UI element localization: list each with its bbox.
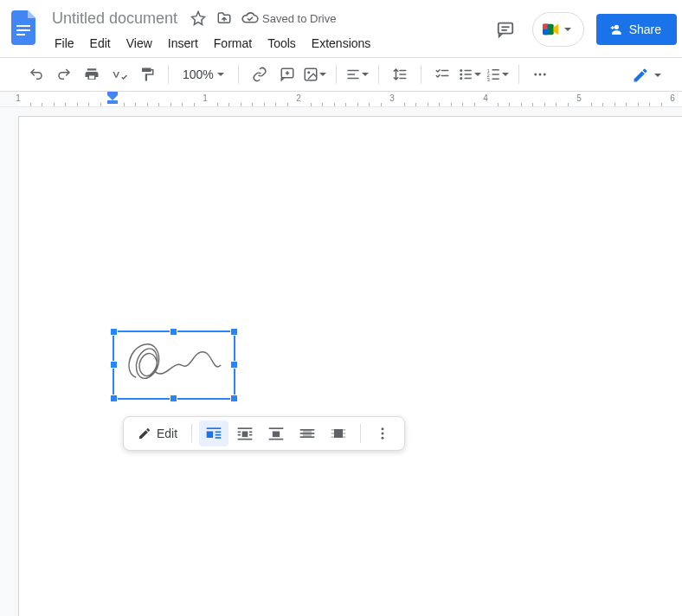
insert-image-button[interactable] xyxy=(303,62,327,87)
selected-drawing[interactable] xyxy=(113,330,235,400)
menu-insert[interactable]: Insert xyxy=(162,33,204,54)
spellcheck-button[interactable] xyxy=(107,62,132,87)
edit-drawing-button[interactable]: Edit xyxy=(131,420,184,446)
comments-button[interactable] xyxy=(491,15,520,44)
print-icon xyxy=(84,67,100,82)
resize-handle-s[interactable] xyxy=(170,395,177,402)
menu-tools[interactable]: Tools xyxy=(261,33,302,54)
wrap-text-button[interactable] xyxy=(230,420,260,446)
wrap-inline-button[interactable] xyxy=(199,420,228,446)
docs-logo[interactable] xyxy=(9,7,40,48)
svg-rect-53 xyxy=(269,439,284,440)
resize-handle-sw[interactable] xyxy=(110,395,118,402)
save-status-label: Saved to Drive xyxy=(262,12,336,25)
svg-rect-47 xyxy=(238,434,241,436)
add-comment-icon xyxy=(280,67,295,82)
svg-rect-31 xyxy=(492,69,499,71)
move-icon[interactable] xyxy=(216,10,233,27)
separator xyxy=(360,424,361,443)
ruler-number: 2 xyxy=(296,93,301,103)
resize-handle-ne[interactable] xyxy=(230,328,238,336)
paint-roller-icon xyxy=(139,67,155,82)
resize-handle-e[interactable] xyxy=(230,361,238,369)
svg-rect-51 xyxy=(269,427,284,429)
chevron-down-icon xyxy=(474,73,481,76)
menu-file[interactable]: File xyxy=(48,33,80,54)
chevron-down-icon xyxy=(502,73,509,76)
svg-point-64 xyxy=(382,437,384,440)
separator xyxy=(191,424,192,443)
toolbar: 100% 123 xyxy=(0,57,682,92)
break-text-button[interactable] xyxy=(261,420,291,446)
svg-rect-56 xyxy=(300,433,315,434)
image-icon xyxy=(303,67,318,82)
menu-extensions[interactable]: Extensions xyxy=(306,33,376,54)
svg-rect-25 xyxy=(465,70,472,72)
star-icon[interactable] xyxy=(190,10,207,27)
menu-format[interactable]: Format xyxy=(208,33,258,54)
share-button[interactable]: Share xyxy=(596,14,677,45)
more-tools-button[interactable] xyxy=(528,62,552,87)
separator xyxy=(238,65,239,84)
line-spacing-button[interactable] xyxy=(388,62,412,87)
title-area: Untitled document Saved to Drive xyxy=(48,7,376,54)
svg-marker-37 xyxy=(107,92,118,100)
svg-rect-50 xyxy=(238,439,253,440)
resize-handle-w[interactable] xyxy=(110,361,118,369)
chevron-down-icon xyxy=(362,73,369,76)
resize-handle-nw[interactable] xyxy=(110,328,118,336)
svg-point-35 xyxy=(538,74,541,76)
svg-point-8 xyxy=(614,25,618,29)
chevron-down-icon xyxy=(564,28,571,31)
editing-mode-button[interactable] xyxy=(625,63,668,87)
svg-point-22 xyxy=(460,69,463,72)
numbered-list-button[interactable]: 123 xyxy=(486,62,510,87)
menu-edit[interactable]: Edit xyxy=(84,33,117,54)
resize-handle-se[interactable] xyxy=(230,395,238,402)
edit-label: Edit xyxy=(157,427,177,440)
undo-button[interactable] xyxy=(24,62,48,87)
svg-rect-44 xyxy=(238,427,253,429)
more-horizontal-icon xyxy=(532,67,548,82)
menu-view[interactable]: View xyxy=(120,33,158,54)
image-more-options-button[interactable] xyxy=(368,420,397,446)
cloud-check-icon xyxy=(241,11,259,25)
behind-text-button[interactable] xyxy=(293,420,322,446)
svg-rect-52 xyxy=(273,432,280,438)
numbered-list-icon: 123 xyxy=(486,67,501,82)
bulleted-list-button[interactable] xyxy=(458,62,482,87)
meet-button[interactable] xyxy=(532,12,584,47)
document-title-input[interactable]: Untitled document xyxy=(48,8,181,29)
ruler-number: 4 xyxy=(483,93,488,103)
separator xyxy=(336,65,337,84)
share-label: Share xyxy=(629,22,661,36)
checklist-icon xyxy=(434,67,450,82)
ruler-number: 1 xyxy=(203,93,208,103)
paint-format-button[interactable] xyxy=(135,62,159,87)
zoom-select[interactable]: 100% xyxy=(177,62,229,87)
ruler-number: 5 xyxy=(576,93,582,103)
app-header: Untitled document Saved to Drive xyxy=(0,0,682,57)
save-status[interactable]: Saved to Drive xyxy=(241,11,336,25)
first-line-indent-marker[interactable] xyxy=(107,92,118,106)
align-button[interactable] xyxy=(345,62,370,87)
svg-point-63 xyxy=(382,433,384,435)
more-vertical-icon xyxy=(375,426,390,441)
in-front-of-text-button[interactable] xyxy=(324,420,353,446)
ruler[interactable]: 1123456 xyxy=(0,92,682,107)
print-button[interactable] xyxy=(80,62,104,87)
svg-text:3: 3 xyxy=(487,77,491,82)
svg-rect-2 xyxy=(16,34,25,35)
svg-rect-61 xyxy=(334,429,343,438)
link-icon xyxy=(252,67,267,82)
svg-point-24 xyxy=(460,77,463,80)
resize-handle-n[interactable] xyxy=(170,328,177,336)
svg-point-36 xyxy=(544,74,546,76)
checklist-button[interactable] xyxy=(430,62,454,87)
undo-icon xyxy=(29,67,44,82)
add-comment-button[interactable] xyxy=(275,62,299,87)
redo-button[interactable] xyxy=(52,62,76,87)
svg-rect-55 xyxy=(300,429,315,431)
insert-link-button[interactable] xyxy=(248,62,272,87)
svg-point-62 xyxy=(382,427,384,430)
